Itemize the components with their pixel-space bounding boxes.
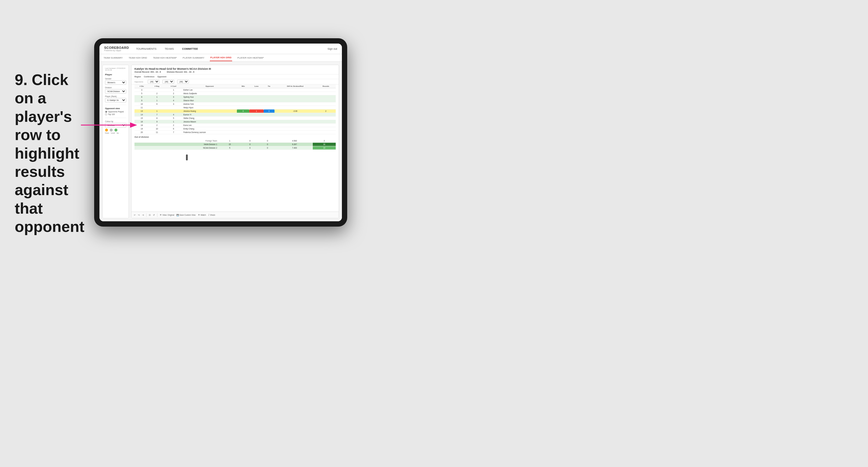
view-icon: 👁 — [160, 214, 162, 216]
subnav-player-summary[interactable]: PLAYER SUMMARY — [182, 54, 205, 61]
out-of-division-label: Out of division — [134, 136, 336, 138]
colour-label: Colour by — [105, 120, 126, 122]
radio-dot-2 — [105, 113, 107, 115]
data-table: # Div # Reg # Conf Opponent Win Loss Tie… — [131, 85, 339, 212]
filter-row: Region Conference Opponent — [131, 74, 339, 79]
logo-powered: Powered by clippd — [104, 50, 129, 52]
redo-btn[interactable]: ↪ — [138, 214, 140, 216]
radio-top100[interactable]: Top 100 — [105, 113, 126, 115]
out-of-division: Out of division Foreign Team 1004.5002 N… — [134, 134, 336, 151]
tablet-frame: SCOREBOARD Powered by clippd TOURNAMENTS… — [94, 38, 347, 226]
colour-dot-up — [115, 129, 117, 131]
table-row[interactable]: NCAA Division 2 5007.40010 — [134, 146, 336, 150]
division-select[interactable]: NCAA Division III — [105, 89, 126, 94]
col-conf: # Conf — [165, 85, 182, 88]
nav-bar: SCOREBOARD Powered by clippd TOURNAMENTS… — [99, 43, 342, 54]
conference-label: Conference — [144, 75, 154, 78]
col-rounds: Rounds — [316, 85, 336, 88]
separator — [146, 213, 147, 217]
share-btn[interactable]: ⤴ Share — [208, 214, 215, 216]
colour-dot-down — [105, 129, 108, 131]
side-button — [186, 155, 188, 160]
nav-committee[interactable]: COMMITTEE — [181, 48, 199, 50]
table-row-selected[interactable]: 131Jessica Huang 0 1 0 -3.00 2 — [134, 110, 336, 113]
filter-selects-row: Opponents: (All) (All) (All) — [131, 79, 339, 85]
gender-select[interactable]: Women's — [105, 80, 126, 85]
table-row[interactable]: 1063Andrea York — [134, 102, 336, 106]
opponent-filter-group: Opponent — [157, 75, 166, 78]
colour-dots — [105, 129, 126, 131]
subnav-team-h2h-heatmap[interactable]: TEAM H2H HEATMAP — [152, 54, 178, 61]
division-label: Division — [105, 87, 126, 89]
grid-header: Katelyn Vo Head-to-Head Grid for Women's… — [131, 65, 339, 74]
col-opponent: Opponent — [182, 85, 237, 88]
radio-opponents-played[interactable]: Opponents Played — [105, 111, 126, 113]
overall-record: Overall Record: 353 - 34 - 6 — [134, 71, 161, 73]
radio-group: Opponents Played Top 100 — [105, 111, 126, 115]
out-division-table: Foreign Team 1004.5002 NAIA Division 1 1… — [134, 139, 336, 150]
table-row[interactable]: 31Esther Lee — [134, 88, 336, 92]
opponent-view-title: Opponent view — [105, 107, 126, 110]
conference-select[interactable]: (All) — [162, 80, 174, 84]
nav-links: TOURNAMENTS TEAMS COMMITTEE — [135, 48, 328, 50]
refresh-btn[interactable]: ↺ — [153, 214, 155, 216]
subnav-player-h2h-grid[interactable]: PLAYER H2H GRID — [210, 54, 232, 61]
subnav-player-h2h-heatmap[interactable]: PLAYER H2H HEATMAP — [237, 54, 265, 61]
table-row[interactable]: 1474Eunice Yi — [134, 113, 336, 117]
grid-area: Katelyn Vo Head-to-Head Grid for Women's… — [131, 65, 339, 218]
forward-btn[interactable]: ⇥ — [142, 214, 144, 216]
copy-btn[interactable]: ⊡ — [149, 214, 151, 216]
table-row[interactable]: 20117Federica Domecq Lacroze — [134, 131, 336, 134]
region-select[interactable]: (All) — [148, 80, 159, 84]
gender-label: Gender — [105, 78, 126, 80]
colour-labels: Down Level Up — [105, 132, 126, 134]
toolbar: ↩ ↪ ⇥ ⊡ ↺ 👁 View: Original 💾 Save Custom… — [131, 212, 339, 218]
opponent-select[interactable]: (All) — [177, 80, 189, 84]
logo-area: SCOREBOARD Powered by clippd — [104, 46, 129, 52]
table-row[interactable]: NAIA Division 1 15009.26730 — [134, 143, 336, 146]
share-icon: ⤴ — [208, 214, 210, 216]
colour-select[interactable]: Win/loss — [105, 123, 126, 127]
colour-dot-level — [110, 129, 113, 131]
col-diff: Diff Av Strokes/Rnd — [275, 85, 316, 88]
region-label: Region — [134, 75, 141, 78]
subnav-team-h2h-grid[interactable]: TEAM H2H GRID — [128, 54, 148, 61]
radio-dot-1 — [105, 111, 107, 113]
colour-section: Colour by Win/loss Down Level Up — [105, 120, 126, 134]
view-original-btn[interactable]: 👁 View: Original — [160, 214, 174, 216]
col-div: # Div — [134, 85, 149, 88]
col-loss: Loss — [249, 85, 264, 88]
grid-title: Katelyn Vo Head-to-Head Grid for Women's… — [134, 67, 336, 70]
table-row[interactable]: 1691Jessica Mason — [134, 120, 336, 124]
main-content: Last Updated: 27/03/2024 16:55:28 Player… — [99, 62, 342, 221]
table-row[interactable]: 522Alexis Sudjianto — [134, 92, 336, 95]
undo-btn[interactable]: ↩ — [134, 214, 136, 216]
nav-teams[interactable]: TEAMS — [164, 48, 175, 50]
table-row[interactable]: 1585Stella Chang — [134, 117, 336, 120]
player-select[interactable]: 8. Katelyn Vo — [105, 98, 126, 102]
annotation-text: 9. Click on a player's row to highlight … — [15, 71, 91, 236]
col-tie: Tie — [264, 85, 275, 88]
division-record: Division Record: 331 - 34 - 6 — [167, 71, 194, 73]
table-row[interactable]: 1822Euna Lee — [134, 124, 336, 127]
logo-text: SCOREBOARD — [104, 46, 129, 50]
save-custom-btn[interactable]: 💾 Save Custom View — [177, 214, 196, 216]
opponent-label: Opponent — [157, 75, 166, 78]
watch-btn[interactable]: 👁 Watch — [198, 214, 206, 216]
sub-nav: TEAM SUMMARY TEAM H2H GRID TEAM H2H HEAT… — [99, 54, 342, 62]
tablet-screen: SCOREBOARD Powered by clippd TOURNAMENTS… — [99, 43, 342, 221]
table-row[interactable]: 19106Emily Chang — [134, 127, 336, 131]
table-row[interactable]: 613Sydney Kuo — [134, 95, 336, 99]
region-filter-group: Region — [134, 75, 141, 78]
signout-link[interactable]: Sign out — [328, 48, 337, 50]
table-row[interactable]: 914Sharon Mun — [134, 99, 336, 102]
opponents-label: Opponents: — [134, 81, 144, 83]
table-row[interactable]: Foreign Team 1004.5002 — [134, 139, 336, 143]
nav-tournaments[interactable]: TOURNAMENTS — [135, 48, 157, 50]
separator-2 — [157, 213, 157, 217]
col-reg: # Reg — [149, 85, 165, 88]
sidebar-divider — [105, 105, 126, 105]
watch-icon: 👁 — [198, 214, 200, 216]
subnav-team-summary[interactable]: TEAM SUMMARY — [103, 54, 123, 61]
table-row[interactable]: 11Heeju Hyun — [134, 106, 336, 110]
